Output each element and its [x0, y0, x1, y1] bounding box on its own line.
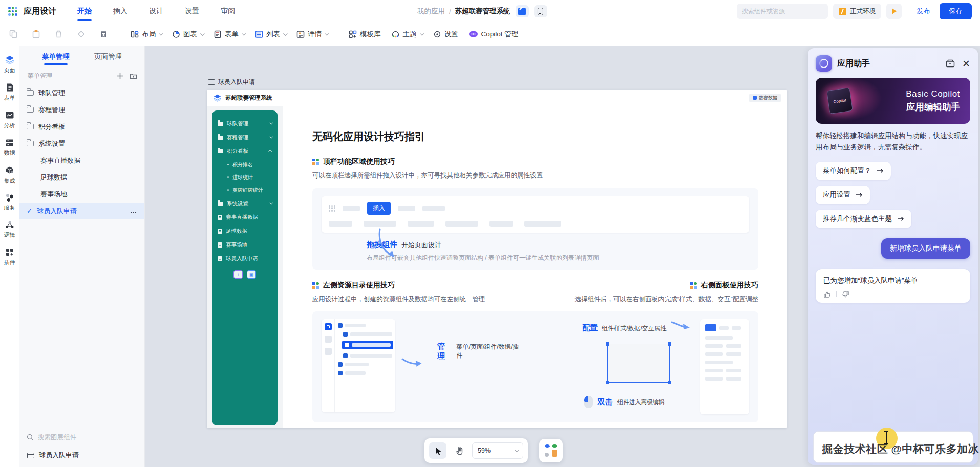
rail-item-logic[interactable]: 逻辑	[4, 220, 15, 239]
rail-item-pages[interactable]: 页面	[4, 55, 15, 74]
zoom-select[interactable]: 59%	[472, 442, 523, 459]
tab-design[interactable]: 设计	[148, 1, 164, 22]
mock-pill	[524, 221, 561, 227]
chip-menu-config[interactable]: 菜单如何配置？	[816, 162, 891, 180]
copy-icon[interactable]	[7, 28, 19, 40]
preview-nav-form[interactable]: 球员入队申请	[212, 252, 278, 265]
chart-dropdown[interactable]: 图表	[172, 30, 203, 39]
sidebar-spacer	[19, 219, 144, 428]
run-button[interactable]	[886, 4, 902, 19]
user-message-bubble: 新增球员入队申请菜单	[881, 238, 970, 259]
chip-blue-theme[interactable]: 推荐几个渐变蓝色主题	[816, 210, 911, 228]
analytics-chart-icon	[5, 110, 14, 120]
add-folder-icon[interactable]	[130, 73, 137, 79]
rail-item-analytics[interactable]: 分析	[4, 110, 15, 129]
preview-nav-group-expanded[interactable]: 积分看板	[212, 144, 278, 158]
preview-nav-group[interactable]: 球队管理	[212, 117, 278, 130]
tab-insert[interactable]: 插入	[112, 1, 129, 22]
preview-nav-group[interactable]: 赛程管理	[212, 130, 278, 144]
recycle-bin-icon[interactable]	[97, 28, 110, 40]
layer-search[interactable]	[19, 428, 144, 447]
mock-pill	[329, 221, 352, 227]
rail-item-plugins[interactable]: 插件	[4, 248, 15, 266]
double-click-desc: 组件进入高级编辑	[617, 398, 665, 406]
widgets-button[interactable]	[539, 439, 563, 462]
template-library-button[interactable]: 模板库	[349, 30, 381, 39]
save-button[interactable]: 保存	[940, 3, 972, 19]
menu-item-team-manage[interactable]: 球队管理	[19, 84, 144, 101]
eraser-icon[interactable]	[75, 28, 87, 40]
breadcrumb-parent[interactable]: 我的应用	[417, 7, 445, 16]
copilot-manage-button[interactable]: Copilot 管理	[468, 30, 519, 39]
detail-dropdown[interactable]: 详情	[296, 30, 328, 39]
theme-dropdown[interactable]: 主题	[391, 30, 423, 39]
form-label: 表单	[225, 30, 239, 39]
preview-nav-form[interactable]: 足球数据	[212, 224, 278, 238]
publish-button[interactable]: 发布	[912, 7, 934, 16]
rail-label: 服务	[4, 204, 15, 212]
tab-menu-manage[interactable]: 菜单管理	[40, 47, 72, 67]
preview-nav-group[interactable]: 系统设置	[212, 196, 278, 210]
sidebar-tabs: 菜单管理 页面管理	[19, 46, 144, 68]
menu-item-schedule-manage[interactable]: 赛程管理	[19, 101, 144, 118]
rename-app-button[interactable]	[516, 5, 529, 17]
select-tool-button[interactable]	[429, 442, 446, 459]
chevron-down-icon	[515, 448, 519, 452]
menu-item-points-board[interactable]: 积分看板	[19, 118, 144, 135]
nav-add-button[interactable]: +	[233, 270, 243, 279]
preview-nav-form[interactable]: 赛事场地	[212, 238, 278, 252]
global-search[interactable]	[737, 4, 828, 19]
form-dropdown[interactable]: 表单	[214, 30, 245, 39]
preview-nav-sub[interactable]: 进球统计	[212, 171, 278, 184]
preview-nav-sub[interactable]: 积分排名	[212, 158, 278, 171]
environment-button[interactable]: 正式环境	[833, 4, 881, 19]
paste-icon[interactable]	[30, 28, 42, 40]
add-menu-icon[interactable]	[117, 73, 123, 79]
hand-tool-button[interactable]	[451, 442, 468, 459]
tab-page-manage[interactable]: 页面管理	[92, 47, 124, 67]
thumbs-down-icon[interactable]	[842, 291, 849, 298]
menu-item-label: 系统设置	[38, 139, 65, 148]
global-search-input[interactable]	[742, 8, 821, 15]
preview-nav-sub[interactable]: 黄牌红牌统计	[212, 184, 278, 196]
reply-feedback	[823, 291, 963, 298]
settings-button[interactable]: 设置	[433, 30, 458, 39]
rail-item-data[interactable]: 数据	[4, 138, 15, 157]
layer-search-input[interactable]	[38, 434, 137, 441]
copilot-hero-card[interactable]: Copilot Basic Copilot 应用编辑助手	[816, 78, 970, 124]
chip-app-settings[interactable]: 应用设置	[816, 186, 870, 204]
delete-icon[interactable]	[52, 28, 65, 40]
rail-label: 表单	[4, 94, 15, 102]
assistant-chat-input[interactable]	[813, 431, 973, 463]
tab-start[interactable]: 开始	[76, 1, 93, 22]
mock-pill	[398, 206, 415, 211]
list-dropdown[interactable]: 列表	[255, 30, 286, 39]
menu-item-football-data[interactable]: 足球数据	[19, 169, 144, 186]
menu-item-player-apply-selected[interactable]: ✓ 球员入队申请 …	[19, 203, 144, 219]
rail-item-forms[interactable]: 表单	[4, 83, 15, 102]
menu-item-system-settings[interactable]: 系统设置	[19, 135, 144, 152]
artboard[interactable]: 苏超联赛管理系统 数睿数据 球队管理 赛程管理 积分看板 积分排名 进球统计 黄…	[207, 90, 787, 428]
preview-mobile-button[interactable]	[534, 5, 547, 17]
thumbs-up-icon[interactable]	[823, 291, 831, 298]
menu-item-live-data[interactable]: 赛事直播数据	[19, 152, 144, 169]
history-icon[interactable]	[946, 59, 955, 68]
nav-add-folder-button[interactable]: ▣	[247, 270, 256, 279]
rail-item-services[interactable]: 服务	[4, 193, 15, 212]
chevron-down-icon	[200, 31, 204, 35]
layout-dropdown[interactable]: 布局	[131, 30, 162, 39]
menu-item-venues[interactable]: 赛事场地	[19, 186, 144, 203]
layer-item-player-apply[interactable]: 球员入队申请	[19, 447, 144, 464]
database-icon	[5, 138, 14, 147]
tab-settings[interactable]: 设置	[184, 1, 200, 22]
app-grid-icon[interactable]	[8, 7, 17, 16]
close-icon[interactable]: ✕	[962, 59, 970, 69]
more-actions-icon[interactable]: …	[130, 207, 137, 215]
double-click-title: 双击	[598, 397, 613, 407]
chevron-down-icon	[283, 31, 287, 35]
preview-app-name: 苏超联赛管理系统	[225, 94, 272, 102]
preview-nav-form[interactable]: 赛事直播数据	[212, 210, 278, 224]
rail-item-integration[interactable]: 集成	[4, 166, 15, 185]
tab-review[interactable]: 审阅	[220, 1, 236, 22]
artboard-tab[interactable]: 球员入队申请	[208, 78, 255, 86]
